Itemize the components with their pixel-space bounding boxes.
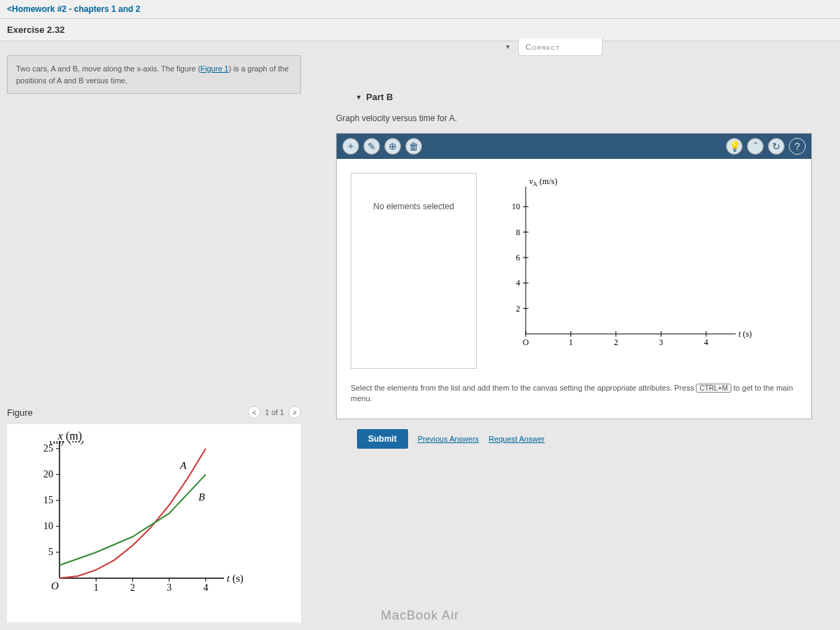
hint-button[interactable]: 💡 [726,138,743,155]
svg-text:t (s): t (s) [227,573,244,584]
svg-text:6: 6 [516,253,520,262]
svg-text:10: 10 [512,202,520,211]
svg-text:1: 1 [568,337,573,347]
problem-statement: Two cars, A and B, move along the x-axis… [7,55,301,94]
svg-text:O: O [523,337,529,347]
svg-text:t (s): t (s) [738,329,752,339]
svg-text:vA (m/s): vA (m/s) [529,176,557,188]
figure-title: Figure [7,407,33,418]
svg-text:4: 4 [704,337,708,347]
canvas-hint: Select the elements from the list and ad… [337,383,811,419]
drawing-canvas-frame: ＋ ✎ ⊕ 🗑 💡 ˅ ↻ ? No elements selected ↖ [336,133,812,419]
part-b-prompt: Graph velocity versus time for A. [336,106,812,133]
delete-tool-button[interactable]: 🗑 [405,138,422,155]
svg-text:5: 5 [48,547,53,557]
edit-tool-button[interactable]: ✎ [363,138,380,155]
figure-panel: Figure < 1 of 1 > 5101520251234x (m)ABx … [0,393,308,629]
back-chevron-icon: < [7,4,12,14]
device-label: MacBook Air [381,608,459,623]
svg-text:B: B [198,491,204,503]
problem-text: Two cars, A and B, move along the x-axis… [16,64,200,73]
pager-label: 1 of 1 [265,408,284,416]
add-tool-button[interactable]: ＋ [342,138,359,155]
key-badge: CTRL+M [696,384,731,393]
part-b-label: Part B [366,92,393,102]
element-inspector: No elements selected ↖ [351,173,477,369]
right-column: Correct ▾ Part B Graph velocity versus t… [308,41,840,629]
reset-button[interactable]: ↻ [768,138,785,155]
canvas-toolbar: ＋ ✎ ⊕ 🗑 💡 ˅ ↻ ? [337,134,811,159]
svg-text:3: 3 [659,337,663,347]
velocity-plot[interactable]: 246810O1234vA (m/s)t (s) [491,173,797,369]
svg-text:20: 20 [43,469,53,479]
figure-1: 5101520251234x (m)ABx (m)t (s)Ox (m) [7,424,301,622]
point-tool-button[interactable]: ⊕ [384,138,401,155]
svg-text:4: 4 [203,582,208,593]
figure-pager: < 1 of 1 > [248,406,301,419]
svg-text:x (m): x (m) [57,431,82,442]
left-column: Two cars, A and B, move along the x-axis… [0,41,308,629]
svg-text:A: A [179,460,187,471]
svg-text:2: 2 [516,304,520,314]
previous-answers-link[interactable]: Previous Answers [418,435,479,443]
submit-row: Submit Previous Answers Request Answer [336,419,812,458]
help-button[interactable]: ? [789,138,806,155]
svg-text:2: 2 [614,337,618,347]
caret-down-icon: ▾ [357,93,360,101]
request-answer-link[interactable]: Request Answer [489,435,545,443]
breadcrumb[interactable]: <Homework #2 - chapters 1 and 2 [0,0,840,19]
breadcrumb-label: Homework #2 - chapters 1 and 2 [12,4,140,14]
svg-text:15: 15 [43,495,53,505]
pager-next-button[interactable]: > [288,406,301,419]
part-b-header[interactable]: ▾ Part B [336,83,812,106]
page-title: Exercise 2.32 [0,19,840,41]
svg-text:3: 3 [167,582,172,593]
svg-text:2: 2 [130,582,135,593]
dropdown-tool-button[interactable]: ˅ [747,138,764,155]
pager-prev-button[interactable]: < [248,406,260,419]
svg-text:8: 8 [516,227,520,237]
inspector-message: No elements selected [373,202,454,211]
svg-text:O: O [51,580,59,592]
part-a-status[interactable]: Correct [518,38,603,56]
submit-button[interactable]: Submit [357,429,408,449]
svg-text:10: 10 [43,521,53,531]
svg-text:1: 1 [94,582,99,593]
svg-text:4: 4 [516,278,520,288]
figure-link[interactable]: Figure 1 [200,64,228,73]
